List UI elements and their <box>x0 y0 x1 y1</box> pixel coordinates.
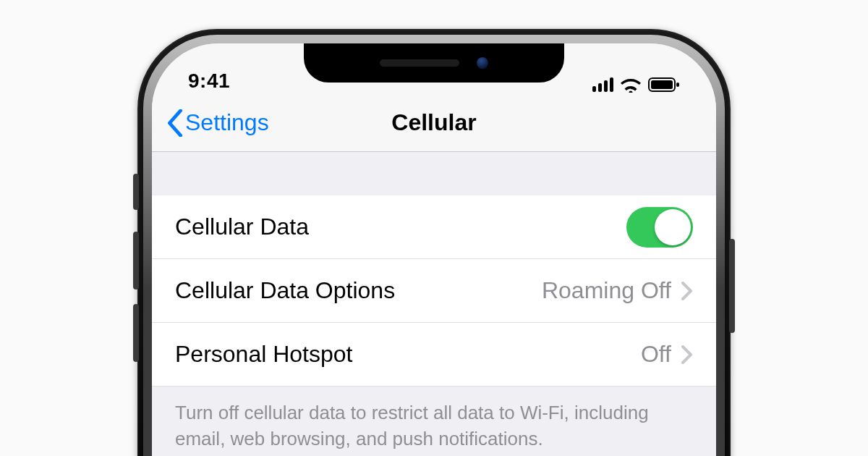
section-footer: Turn off cellular data to restrict all d… <box>152 387 716 456</box>
navigation-bar: Settings Cellular <box>152 94 716 152</box>
speaker-grille <box>380 59 459 67</box>
mute-switch <box>133 174 139 210</box>
cellular-signal-icon <box>592 77 613 92</box>
cellular-data-options-row[interactable]: Cellular Data Options Roaming Off <box>152 259 716 323</box>
page-title: Cellular <box>391 109 476 136</box>
chevron-right-icon <box>681 282 693 300</box>
wifi-icon <box>621 77 641 93</box>
cellular-data-label: Cellular Data <box>175 214 626 240</box>
phone-frame: 9:41 Settings Cellular <box>137 29 731 456</box>
personal-hotspot-value: Off <box>641 341 671 368</box>
volume-up-button <box>133 232 139 290</box>
cellular-data-switch[interactable] <box>626 207 693 248</box>
back-button[interactable]: Settings <box>166 109 269 137</box>
personal-hotspot-row[interactable]: Personal Hotspot Off <box>152 323 716 387</box>
cellular-data-options-value: Roaming Off <box>542 277 671 304</box>
cellular-data-options-label: Cellular Data Options <box>175 277 542 304</box>
group-spacer <box>152 152 716 195</box>
notch <box>304 43 564 83</box>
cellular-data-row[interactable]: Cellular Data <box>152 195 716 259</box>
side-button <box>729 239 735 333</box>
back-label: Settings <box>185 109 269 136</box>
personal-hotspot-label: Personal Hotspot <box>175 341 641 368</box>
volume-down-button <box>133 304 139 362</box>
status-time: 9:41 <box>188 69 230 93</box>
screen: 9:41 Settings Cellular <box>152 43 716 456</box>
front-camera <box>477 57 488 69</box>
svg-rect-1 <box>651 80 673 89</box>
chevron-right-icon <box>681 345 693 364</box>
svg-rect-2 <box>676 83 679 87</box>
battery-icon <box>648 77 680 93</box>
